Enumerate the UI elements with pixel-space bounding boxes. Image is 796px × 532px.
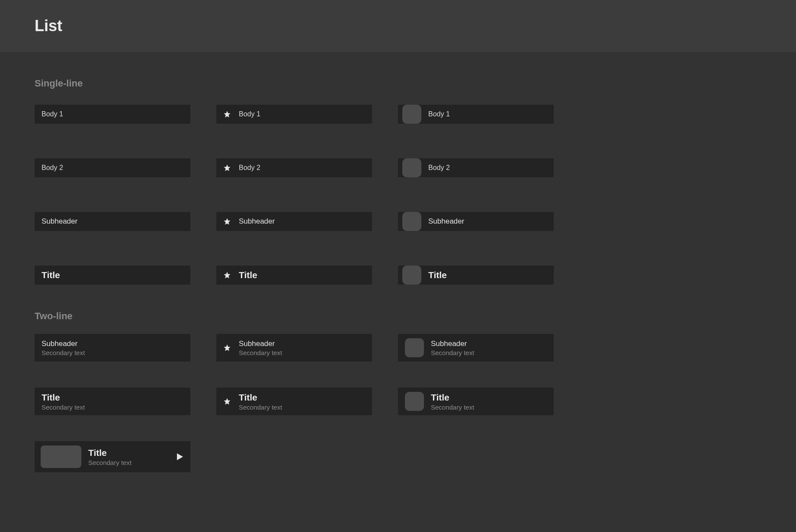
list-item[interactable]: Body 2 <box>35 158 190 177</box>
list-item[interactable]: Body 1 <box>398 105 554 124</box>
list-item-secondary: Secondary text <box>431 404 547 411</box>
list-item-primary: Subheader <box>239 340 365 348</box>
list-item-label: Body 1 <box>239 110 260 118</box>
list-item-label: Subheader <box>428 217 464 226</box>
list-item-secondary: Secondary text <box>239 349 365 356</box>
list-item-primary: Title <box>431 392 547 403</box>
list-item[interactable]: Subheader Secondary text <box>216 334 372 362</box>
list-item[interactable]: Body 2 <box>216 158 372 177</box>
list-item[interactable]: Subheader Secondary text <box>35 334 190 362</box>
list-item[interactable]: Title <box>35 266 190 285</box>
list-item[interactable]: Title Secondary text <box>35 388 190 415</box>
section-title-two: Two-line <box>35 311 761 322</box>
list-item[interactable]: Title <box>398 266 554 285</box>
list-item-primary: Title <box>239 392 365 403</box>
row-media: Title Secondary text <box>35 441 761 472</box>
list-item-secondary: Secondary text <box>42 349 183 356</box>
list-item[interactable]: Subheader <box>216 212 372 231</box>
list-item-label: Subheader <box>239 217 275 226</box>
list-item[interactable]: Subheader <box>398 212 554 231</box>
row-subheader: Subheader Subheader Subheader <box>35 212 761 231</box>
avatar-placeholder <box>402 212 421 231</box>
list-item-label: Body 2 <box>428 164 450 172</box>
list-item-label: Body 2 <box>239 164 260 172</box>
list-item-label: Body 1 <box>42 110 63 118</box>
list-item-text: Title Secondary text <box>88 448 174 466</box>
star-icon <box>223 110 231 118</box>
list-item[interactable]: Body 1 <box>35 105 190 124</box>
list-item-primary: Subheader <box>42 340 183 348</box>
list-item[interactable]: Title <box>216 266 372 285</box>
list-item-text: Subheader Secondary text <box>431 340 547 356</box>
list-item-label: Body 1 <box>428 110 450 118</box>
thumbnail-placeholder <box>41 445 81 468</box>
star-icon <box>223 218 231 225</box>
list-item-primary: Title <box>42 392 183 403</box>
row-body1: Body 1 Body 1 Body 1 <box>35 105 761 124</box>
row-two-subheader: Subheader Secondary text Subheader Secon… <box>35 334 761 362</box>
row-two-title: Title Secondary text Title Secondary tex… <box>35 388 761 415</box>
page-title: List <box>35 17 62 35</box>
avatar-placeholder <box>402 158 421 177</box>
list-item[interactable]: Title Secondary text <box>35 441 190 472</box>
list-item-text: Title Secondary text <box>42 392 183 411</box>
list-item[interactable]: Subheader Secondary text <box>398 334 554 362</box>
avatar-placeholder <box>405 338 424 357</box>
star-icon <box>223 164 231 172</box>
list-item-text: Subheader Secondary text <box>42 340 183 356</box>
list-item-label: Title <box>428 270 447 280</box>
list-item-secondary: Secondary text <box>239 404 365 411</box>
list-item[interactable]: Body 2 <box>398 158 554 177</box>
list-item-secondary: Secondary text <box>88 459 174 466</box>
list-item-text: Title Secondary text <box>239 392 365 411</box>
page-header: List <box>0 0 796 52</box>
list-item[interactable]: Title Secondary text <box>398 388 554 415</box>
row-title: Title Title Title <box>35 266 761 285</box>
list-item[interactable]: Body 1 <box>216 105 372 124</box>
list-item-primary: Title <box>88 448 174 458</box>
avatar-placeholder <box>402 266 421 285</box>
list-item-label: Title <box>239 270 257 280</box>
list-item-label: Subheader <box>42 217 77 226</box>
list-item[interactable]: Subheader <box>35 212 190 231</box>
section-title-single: Single-line <box>35 78 761 89</box>
row-body2: Body 2 Body 2 Body 2 <box>35 158 761 177</box>
star-icon <box>223 344 231 352</box>
avatar-placeholder <box>405 392 424 411</box>
list-item-text: Subheader Secondary text <box>239 340 365 356</box>
star-icon <box>223 271 231 279</box>
list-item-primary: Subheader <box>431 340 547 348</box>
list-item-label: Title <box>42 270 60 280</box>
list-item-secondary: Secondary text <box>431 349 547 356</box>
star-icon <box>223 397 231 405</box>
list-item-text: Title Secondary text <box>431 392 547 411</box>
avatar-placeholder <box>402 105 421 124</box>
list-item-label: Body 2 <box>42 164 63 172</box>
list-item-secondary: Secondary text <box>42 404 183 411</box>
list-item[interactable]: Title Secondary text <box>216 388 372 415</box>
play-icon[interactable] <box>174 452 184 462</box>
content-area: Single-line Body 1 Body 1 Body 1 Body 2 … <box>0 52 796 498</box>
